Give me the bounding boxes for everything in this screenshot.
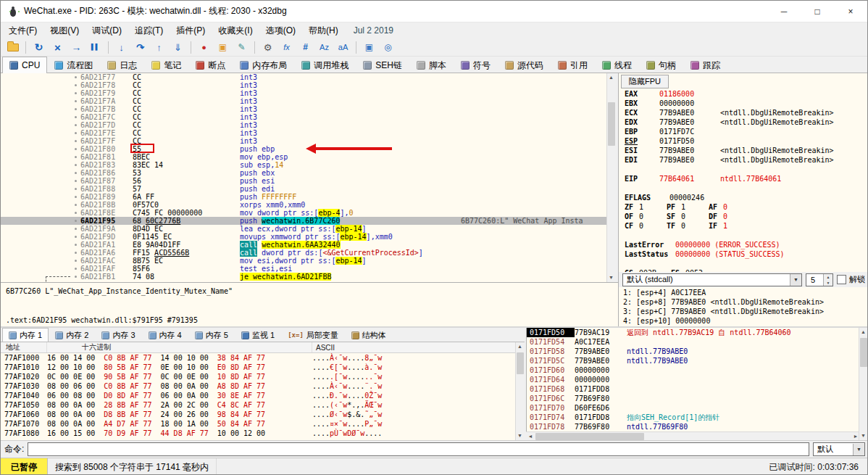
disasm-row[interactable]: 6AD21F8055push ebp: [1, 145, 606, 153]
disasm-row[interactable]: 6AD21FA1E8 9A04D1FFcall wechatwin.6AA324…: [1, 241, 606, 249]
disasm-scroll-thumb[interactable]: [608, 102, 615, 146]
tab-dump-3[interactable]: 内存 3: [95, 328, 141, 342]
stack-row[interactable]: 0171FD5877B9ABE0ntdll.77B9ABE0: [527, 347, 860, 356]
menu-item[interactable]: 插件(P): [170, 22, 212, 39]
scroll-up-icon[interactable]: ▲: [516, 342, 524, 351]
disasm-row[interactable]: 6AD21F818BECmov ebp,esp: [1, 153, 606, 161]
tab-dump-1[interactable]: 内存 1: [2, 328, 49, 342]
disasm-row[interactable]: 6AD21F8383EC 14sub esp,14: [1, 161, 606, 169]
hash-window-button[interactable]: #: [296, 39, 314, 56]
menu-item[interactable]: 帮助(H): [302, 22, 345, 39]
refresh-gui-button[interactable]: ◎: [379, 39, 397, 56]
dump-row[interactable]: 77AF101012 00 10 00 80 5B AF 77 0E 00 10…: [1, 363, 515, 372]
disasm-row[interactable]: 6AD21F7FCCint3: [1, 137, 606, 145]
argument-row[interactable]: 2: [esp+8] 77B9ABE0 <ntdll.DbgUiRemoteBr…: [623, 297, 868, 307]
stepper-up-icon[interactable]: ▲: [824, 274, 832, 280]
register-line[interactable]: ECX77B9ABE0<ntdll.DbgUiRemoteBreakin>: [619, 108, 868, 117]
tab-symbols[interactable]: 符号: [454, 57, 498, 73]
disasm-row[interactable]: 6AD21F7CCCint3: [1, 113, 606, 121]
dump-row[interactable]: 77AF105008 00 0A 00 28 8B AF 77 2A 00 2C…: [1, 400, 515, 410]
unlock-checkbox[interactable]: 解锁: [837, 274, 865, 285]
functions-fx-button[interactable]: fx: [277, 39, 296, 56]
dump-row[interactable]: 77AF100016 00 14 00 C0 8B AF 77 14 00 10…: [1, 353, 515, 363]
hide-fpu-button[interactable]: 隐藏FPU: [621, 75, 669, 88]
disasm-row[interactable]: 6AD21F77CCint3: [1, 73, 606, 81]
register-line[interactable]: ESI77B9ABE0<ntdll.DbgUiRemoteBreakin>: [619, 146, 868, 155]
register-line[interactable]: LastError00000000 (ERROR_SUCCESS): [619, 240, 868, 249]
disasm-row[interactable]: 6AD21F78CCint3: [1, 81, 606, 89]
menu-item[interactable]: 选项(O): [259, 22, 302, 39]
register-line[interactable]: EDI77B9ABE0<ntdll.DbgUiRemoteBreakin>: [619, 155, 868, 165]
tab-notes[interactable]: 笔记: [144, 57, 188, 73]
dump-row[interactable]: 77AF103008 00 06 00 C0 8B AF 77 08 00 0A…: [1, 381, 515, 391]
tab-seh-chain[interactable]: SEH链: [356, 57, 409, 73]
register-line[interactable]: EAX01186000: [619, 89, 868, 99]
disasm-row[interactable]: 6AD21F9D0F1145 ECmovups xmmword ptr ss:[…: [1, 233, 606, 241]
tab-watch-1[interactable]: 监视 1: [235, 328, 281, 342]
disasm-row[interactable]: 6AD21FB174 08je wechatwin.6AD21FBB: [1, 273, 606, 281]
stepper-arrows[interactable]: ▲▼: [823, 274, 832, 286]
tab-references[interactable]: 引用: [551, 57, 595, 73]
stack-hscrollbar[interactable]: ◄ ►: [526, 431, 860, 440]
minimize-button[interactable]: ─: [767, 1, 801, 22]
stack-row[interactable]: 0171FD6000000000: [527, 365, 860, 375]
disasm-scrollbar[interactable]: ▲ ▼: [606, 73, 615, 282]
register-line[interactable]: CF0TF0IF1: [619, 221, 868, 231]
stack-row[interactable]: 0171FD5C77B9ABE0ntdll.77B9ABE0: [527, 356, 860, 365]
dump-row[interactable]: 77AF10200C 00 0E 00 90 5B AF 77 0C 00 0E…: [1, 372, 515, 381]
tab-dump-4[interactable]: 内存 4: [142, 328, 188, 342]
dump-scroll-thumb[interactable]: [517, 352, 524, 374]
arg-count-stepper[interactable]: 5 ▲▼: [806, 273, 833, 286]
dump-scrollbar[interactable]: ▲ ▼: [515, 342, 524, 440]
argument-row[interactable]: 4: [esp+10] 00000000: [623, 316, 868, 326]
disasm-row[interactable]: 6AD21F79CCint3: [1, 89, 606, 97]
register-line[interactable]: ZF1PF1AF0: [619, 202, 868, 212]
tab-handles[interactable]: 句柄: [639, 57, 683, 73]
dump-row[interactable]: 77AF108016 00 15 00 70 D9 AF 77 44 D8 AF…: [1, 429, 515, 438]
tab-breakpoints[interactable]: 断点: [188, 57, 233, 73]
scroll-down-icon[interactable]: ▼: [516, 431, 524, 440]
disasm-row[interactable]: 6AD21F7ACCint3: [1, 97, 606, 105]
dump-row[interactable]: 77AF107008 00 0A 00 A4 D7 AF 77 18 00 1A…: [1, 419, 515, 429]
run-to-user-code-button[interactable]: ⇓: [169, 39, 187, 56]
disasm-row[interactable]: 6AD21F896A FFpush FFFFFFFF: [1, 193, 606, 201]
stack-scrollbar[interactable]: ▲ ▼: [859, 328, 867, 440]
stack-row[interactable]: 0171FD54A0C17EEA: [527, 337, 860, 347]
menu-item[interactable]: 调试(D): [85, 22, 128, 39]
restart-button[interactable]: ↻: [30, 39, 48, 56]
dump-row[interactable]: 77AF104006 00 08 00 D0 8D AF 77 06 00 0A…: [1, 391, 515, 400]
stack-scroll-thumb[interactable]: [860, 338, 867, 367]
close-button[interactable]: ×: [834, 1, 867, 22]
stack-row[interactable]: 0171FD7877B69F80ntdll.77B69F80: [527, 422, 860, 431]
disasm-row[interactable]: 6AD21F7BCCint3: [1, 105, 606, 113]
disasm-row[interactable]: 6AD21F8B0F57C0xorps xmm0,xmm0: [1, 201, 606, 209]
scroll-down-icon[interactable]: ▼: [859, 431, 867, 440]
menu-item[interactable]: 文件(F): [2, 22, 43, 39]
stepper-down-icon[interactable]: ▼: [824, 280, 832, 286]
scroll-up-icon[interactable]: ▲: [859, 328, 867, 336]
argument-row[interactable]: 1: [esp+4] A0C17EEA: [623, 288, 868, 297]
settings-button[interactable]: ⚙: [259, 39, 277, 56]
command-input[interactable]: [28, 442, 809, 456]
register-line[interactable]: LastStatus00000000 (STATUS_SUCCESS): [619, 249, 868, 259]
disasm-row[interactable]: 6AD21FAC8B75 ECmov esi,dword ptr ss:[ebp…: [1, 257, 606, 265]
tab-struct[interactable]: 结构体: [345, 328, 393, 342]
register-line[interactable]: EBX00000000: [619, 99, 868, 108]
register-line[interactable]: EFLAGS00000246: [619, 193, 868, 202]
stack-row[interactable]: 0171FD70D60FE6D6: [527, 403, 860, 413]
register-line[interactable]: EBP0171FD7C: [619, 127, 868, 136]
menu-item[interactable]: 视图(V): [43, 22, 85, 39]
stack-row[interactable]: 0171FD6C77B69F80: [527, 394, 860, 403]
tab-dump-2[interactable]: 内存 2: [49, 328, 95, 342]
tab-threads[interactable]: 线程: [595, 57, 639, 73]
tab-locals[interactable]: [x=]局部变量: [281, 328, 345, 342]
close-process-button[interactable]: ×: [49, 39, 67, 56]
tab-trace[interactable]: 跟踪: [683, 57, 727, 73]
disasm-row[interactable]: 6AD21F7ECCint3: [1, 129, 606, 137]
patches-button[interactable]: ▣: [214, 39, 232, 56]
menu-item[interactable]: 收藏夹(I): [212, 22, 259, 39]
command-mode-select[interactable]: 默认 ▼: [813, 442, 865, 456]
breakpoints-button[interactable]: ●: [195, 39, 213, 56]
step-into-button[interactable]: ↓: [112, 39, 130, 56]
stack-hscroll-thumb[interactable]: [535, 433, 644, 440]
